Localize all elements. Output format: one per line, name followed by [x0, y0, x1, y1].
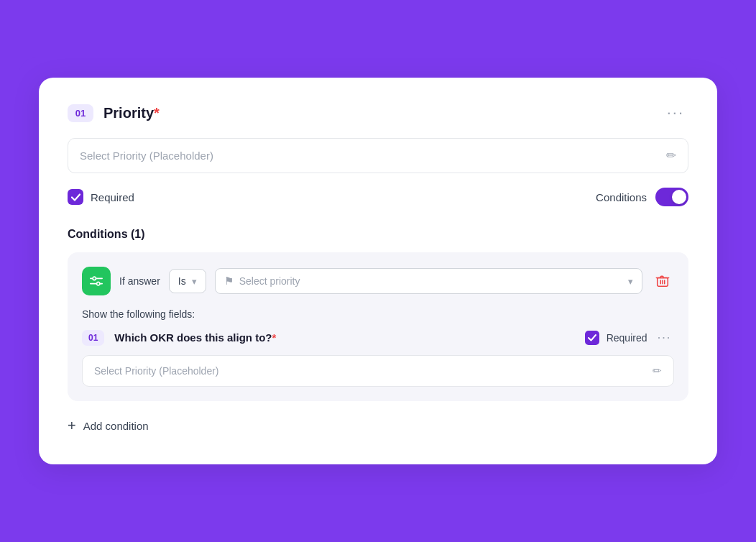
header-more-button[interactable]: ··· — [663, 104, 688, 122]
outer-wrapper: 01 Priority* ··· Select Priority (Placeh… — [19, 58, 737, 484]
required-left: Required — [68, 189, 134, 205]
nested-placeholder-container: Select Priority (Placeholder) ✏ — [82, 355, 674, 387]
placeholder-input-container: Select Priority (Placeholder) ✏ — [68, 138, 688, 173]
select-priority-text: Select priority — [239, 275, 622, 287]
required-checkbox[interactable] — [68, 189, 83, 205]
header-row: 01 Priority* ··· — [68, 104, 688, 122]
if-answer-label: If answer — [119, 275, 160, 287]
step-badge: 01 — [68, 104, 93, 122]
okr-required-checkbox[interactable] — [585, 331, 599, 345]
okr-badge: 01 — [82, 330, 104, 346]
conditions-label: Conditions — [596, 191, 647, 203]
delete-condition-button[interactable] — [651, 270, 674, 293]
filter-icon-box — [82, 267, 111, 295]
header-left: 01 Priority* — [68, 104, 160, 122]
condition-row: If answer Is ▾ ⚑ Select priority ▾ — [82, 267, 674, 295]
is-dropdown-arrow: ▾ — [192, 276, 197, 287]
nested-placeholder-text: Select Priority (Placeholder) — [94, 365, 653, 377]
edit-icon[interactable]: ✏ — [666, 148, 676, 163]
is-dropdown[interactable]: Is ▾ — [169, 269, 206, 293]
show-following-text: Show the following fields: — [82, 308, 674, 320]
okr-required-label: Required — [607, 332, 647, 344]
conditions-toggle[interactable] — [655, 188, 688, 206]
add-icon: + — [68, 418, 76, 433]
placeholder-input-text: Select Priority (Placeholder) — [80, 150, 666, 162]
add-condition-label: Add condition — [83, 420, 149, 432]
card-title-text: Priority — [103, 105, 154, 121]
select-priority-dropdown[interactable]: ⚑ Select priority ▾ — [215, 268, 642, 294]
condition-card: If answer Is ▾ ⚑ Select priority ▾ — [68, 252, 688, 401]
required-row: Required Conditions — [68, 188, 688, 206]
title-required-star: * — [154, 105, 160, 121]
okr-title-text: Which OKR does this align to? — [114, 331, 272, 344]
required-label: Required — [91, 191, 134, 203]
flag-icon: ⚑ — [224, 275, 234, 288]
conditions-right: Conditions — [596, 188, 688, 206]
okr-required-right: Required ··· — [585, 329, 674, 346]
is-dropdown-text: Is — [178, 275, 186, 287]
add-condition-row[interactable]: + Add condition — [68, 415, 688, 436]
toggle-knob — [672, 190, 686, 204]
conditions-section-title: Conditions (1) — [68, 228, 688, 241]
okr-more-button[interactable]: ··· — [654, 329, 674, 346]
okr-title: Which OKR does this align to?* — [114, 331, 574, 344]
select-priority-arrow: ▾ — [628, 276, 633, 287]
okr-required-star: * — [272, 331, 277, 344]
card-title: Priority* — [103, 105, 160, 121]
main-card: 01 Priority* ··· Select Priority (Placeh… — [39, 78, 717, 464]
okr-row: 01 Which OKR does this align to?* Requir… — [82, 329, 674, 346]
nested-edit-icon[interactable]: ✏ — [653, 364, 662, 377]
